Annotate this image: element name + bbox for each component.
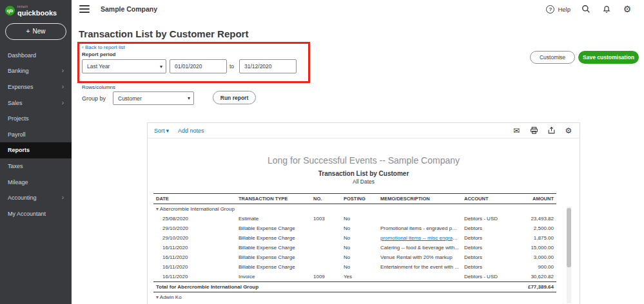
rows-columns-label: Rows/columns [82, 84, 115, 90]
help-button[interactable]: ? Help [546, 5, 571, 14]
sidebar-item-expenses[interactable]: Expenses› [0, 79, 72, 95]
print-icon[interactable] [529, 126, 538, 135]
cell-amount: 30,620.82 [516, 272, 556, 282]
date-from-input[interactable] [170, 59, 227, 73]
cell-type: Billable Expense Charge [236, 223, 311, 233]
sidebar-item-my-accountant[interactable]: My Accountant [0, 206, 72, 222]
table-row[interactable]: 25/08/2020Estimate1003NoDebtors - USD23,… [153, 214, 556, 223]
table-row[interactable]: 16/11/2020Billable Expense ChargeNoVenue… [153, 252, 556, 262]
cell-date: 29/10/2020 [153, 233, 236, 243]
page-title: Transaction List by Customer Report [79, 28, 248, 39]
table-row[interactable]: 16/11/2020Billable Expense ChargeNoEnter… [153, 262, 556, 272]
group-header-row: ▾ Adwin Ko [153, 292, 556, 303]
cell-posting: No [341, 252, 378, 262]
sidebar-item-projects[interactable]: Projects [0, 111, 72, 127]
sidebar-item-accounting[interactable]: Accounting› [0, 190, 72, 206]
cell-no [311, 233, 341, 243]
quickbooks-label: quickbooks [17, 9, 57, 17]
cell-no: 1009 [311, 272, 341, 282]
table-row[interactable]: 16/11/2020Billable Expense ChargeNoCater… [153, 243, 556, 252]
sidebar-item-payroll[interactable]: Payroll [0, 127, 72, 143]
cell-amount: 23,493.82 [516, 214, 556, 223]
report-toolbar: Sort ▾ Add notes ✉ ⚙ [148, 123, 580, 138]
group-total-label: Total for Abercrombie International Grou… [153, 282, 516, 292]
sort-label: Sort [154, 128, 165, 134]
scrollbar[interactable] [567, 207, 571, 303]
add-notes-link[interactable]: Add notes [178, 128, 204, 134]
cell-account: Debtors [462, 223, 516, 233]
cell-amount: 2,500.00 [516, 223, 556, 233]
memo-link[interactable]: promotional items -- misc engrav... [380, 235, 459, 241]
help-icon: ? [546, 5, 554, 14]
cell-type: Invoice [236, 272, 311, 282]
export-icon[interactable] [547, 126, 556, 135]
table-row[interactable]: 16/11/2020Invoice1009YesDebtors - USD30,… [153, 272, 556, 282]
chevron-right-icon: › [62, 68, 64, 74]
sidebar-item-label: Sales [8, 100, 23, 106]
column-header-type: TRANSACTION TYPE [236, 194, 311, 204]
save-customisation-button[interactable]: Save customisation [578, 51, 639, 64]
group-by-label: Group by [82, 95, 106, 102]
table-row[interactable]: 29/10/2020Billable Expense ChargeNopromo… [153, 233, 556, 243]
cell-no [311, 262, 341, 272]
search-icon[interactable] [581, 4, 591, 14]
column-header-no: NO. [311, 194, 341, 204]
table-row[interactable]: 29/10/2020Billable Expense ChargeNoPromo… [153, 223, 556, 233]
cell-posting: No [341, 214, 378, 223]
new-button[interactable]: + New [5, 23, 66, 40]
sidebar-item-label: Projects [8, 115, 29, 122]
date-to-input[interactable] [239, 59, 297, 73]
chevron-down-icon: ▾ [188, 95, 190, 101]
chevron-down-icon: ▾ [160, 64, 162, 70]
cell-posting: No [341, 243, 378, 252]
cell-account: Debtors [462, 233, 516, 243]
cell-amount: 15,000.00 [516, 243, 556, 252]
customise-button[interactable]: Customise [530, 51, 575, 64]
cell-amount: 1,875.00 [516, 233, 556, 243]
report-settings-gear-icon[interactable]: ⚙ [564, 126, 573, 135]
report-period-select[interactable]: Last Year ▾ [82, 59, 166, 73]
run-report-button[interactable]: Run report [213, 91, 256, 104]
notifications-bell-icon[interactable] [601, 4, 612, 14]
group-total-amount: £77,389.64 [516, 282, 556, 292]
chevron-right-icon: › [62, 84, 64, 90]
scrollbar-thumb[interactable] [567, 208, 571, 267]
sidebar-item-label: Reports [8, 147, 30, 153]
cell-amount: 900.00 [516, 262, 556, 272]
cell-memo: Entertainment for the event with ... [378, 262, 462, 272]
sidebar-item-reports[interactable]: Reports [0, 142, 72, 158]
group-by-select[interactable]: Customer ▾ [113, 91, 194, 105]
sidebar-item-label: Payroll [8, 131, 26, 138]
sidebar-item-label: Expenses [8, 84, 34, 90]
sidebar-item-banking[interactable]: Banking› [0, 63, 72, 79]
sidebar-item-dashboard[interactable]: Dashboard [0, 48, 72, 64]
plus-icon: + [26, 28, 30, 35]
sidebar-item-sales[interactable]: Sales› [0, 95, 72, 111]
quickbooks-logo-icon: qb [5, 6, 15, 15]
report-date-range: All Dates [148, 178, 580, 185]
report-table: DATETRANSACTION TYPENO.POSTINGMEMO/DESCR… [153, 193, 556, 302]
cell-account: Debtors - USD [462, 214, 516, 223]
cell-type: Estimate [236, 214, 311, 223]
new-button-label: New [32, 28, 45, 35]
chevron-right-icon: › [62, 100, 64, 106]
settings-gear-icon[interactable]: ⚙ [622, 4, 632, 14]
column-header-amount: AMOUNT [516, 194, 556, 204]
sidebar-item-taxes[interactable]: Taxes [0, 158, 72, 175]
help-label: Help [558, 6, 571, 13]
sidebar-item-mileage[interactable]: Mileage [0, 174, 72, 190]
hamburger-menu-icon[interactable] [79, 5, 90, 13]
cell-no: 1003 [311, 214, 341, 223]
cell-posting: No [341, 233, 378, 243]
group-header-row: ▾ Abercrombie International Group [153, 204, 556, 214]
sidebar-item-label: Taxes [8, 163, 23, 169]
cell-type: Billable Expense Charge [236, 262, 311, 272]
cell-account: Debtors - USD [462, 272, 516, 282]
cell-no [311, 252, 341, 262]
back-to-report-list-link[interactable]: ‹ Back to report list [82, 44, 125, 50]
column-header-date: DATE [153, 194, 236, 204]
email-icon[interactable]: ✉ [512, 126, 521, 135]
sidebar-item-label: Dashboard [8, 52, 36, 59]
cell-type: Billable Expense Charge [236, 233, 311, 243]
sort-dropdown[interactable]: Sort ▾ [154, 128, 169, 134]
